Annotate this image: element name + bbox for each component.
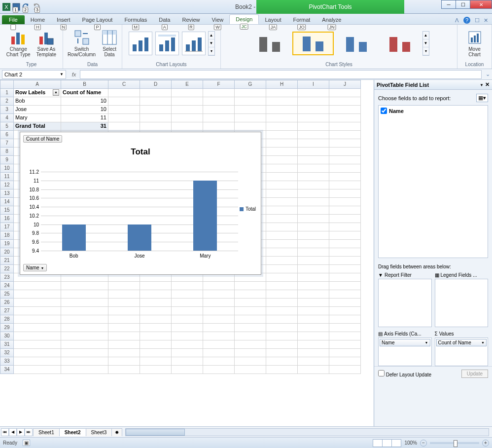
cell[interactable] [203, 97, 235, 106]
cell[interactable]: 10 [61, 106, 108, 114]
cell[interactable] [108, 282, 140, 290]
area-field-pill[interactable]: Count of Name▼ [436, 339, 487, 346]
chart-style-option[interactable] [292, 32, 334, 55]
cell[interactable] [108, 357, 140, 366]
cell[interactable] [203, 349, 235, 357]
cell[interactable] [329, 164, 361, 173]
cell[interactable] [298, 315, 329, 324]
row-header[interactable]: 3 [0, 106, 14, 114]
cell[interactable] [172, 89, 203, 97]
row-header[interactable]: 15 [0, 206, 14, 215]
cell[interactable] [329, 366, 361, 374]
cell[interactable] [61, 299, 108, 307]
column-header[interactable]: J [329, 80, 361, 89]
cell[interactable] [108, 315, 140, 324]
cell[interactable] [172, 332, 203, 340]
column-header[interactable]: G [235, 80, 266, 89]
cell[interactable] [298, 324, 329, 332]
cell[interactable] [203, 332, 235, 340]
cell[interactable] [329, 231, 361, 240]
cell[interactable] [235, 106, 266, 114]
cell[interactable] [172, 357, 203, 366]
cell[interactable] [266, 206, 298, 215]
cell[interactable] [298, 248, 329, 257]
zoom-slider[interactable] [430, 442, 479, 444]
legend-fields-area[interactable] [435, 279, 489, 327]
chevron-down-icon[interactable]: ▼ [480, 83, 484, 87]
page-break-view-button[interactable] [391, 439, 401, 447]
cell[interactable] [140, 349, 172, 357]
cell[interactable] [172, 307, 203, 315]
cell[interactable] [108, 299, 140, 307]
cell[interactable] [329, 122, 361, 131]
cell[interactable] [203, 89, 235, 97]
cell[interactable] [329, 139, 361, 148]
row-header[interactable]: 5 [0, 122, 14, 131]
row-header[interactable]: 4 [0, 114, 14, 122]
cell[interactable] [266, 282, 298, 290]
cell[interactable]: 11 [61, 114, 108, 122]
cell[interactable] [172, 299, 203, 307]
cell[interactable] [140, 97, 172, 106]
cell[interactable] [329, 332, 361, 340]
cell[interactable] [108, 324, 140, 332]
cell[interactable]: Bob [14, 97, 61, 106]
plot-area[interactable]: 11.21110.810.610.410.2109.89.69.4BobJose… [41, 172, 238, 251]
cell[interactable] [329, 290, 361, 299]
cell[interactable] [298, 198, 329, 206]
cell[interactable] [298, 164, 329, 173]
cell[interactable] [140, 332, 172, 340]
cell[interactable] [140, 114, 172, 122]
cell[interactable] [140, 366, 172, 374]
cell[interactable] [329, 131, 361, 139]
cell[interactable]: Count of Name [61, 89, 108, 97]
cell[interactable] [329, 106, 361, 114]
cell[interactable] [61, 315, 108, 324]
cell[interactable] [298, 215, 329, 223]
cell[interactable] [14, 340, 61, 349]
cell[interactable] [329, 223, 361, 231]
column-header[interactable]: F [203, 80, 235, 89]
cell[interactable] [14, 349, 61, 357]
cell[interactable] [266, 231, 298, 240]
sheet-tab[interactable]: Sheet3 [86, 428, 112, 436]
row-header[interactable]: 13 [0, 189, 14, 198]
cell[interactable] [108, 114, 140, 122]
row-header[interactable]: 9 [0, 156, 14, 164]
cell[interactable] [140, 282, 172, 290]
row-header[interactable]: 30 [0, 332, 14, 340]
layout-options-icon[interactable]: ▦▾ [476, 94, 488, 102]
cell[interactable] [329, 89, 361, 97]
field-checkbox[interactable] [381, 108, 387, 114]
row-header[interactable]: 25 [0, 290, 14, 299]
page-layout-view-button[interactable] [382, 439, 392, 447]
cell[interactable] [140, 324, 172, 332]
worksheet-grid[interactable]: A B C D E F G H I J 1Row Labels▼Count of… [0, 80, 374, 426]
cell[interactable] [266, 131, 298, 139]
cell[interactable] [266, 248, 298, 257]
close-panel-icon[interactable]: ✕ [485, 81, 490, 87]
chart-style-option[interactable] [249, 32, 290, 55]
name-box[interactable]: Chart 2▼ [2, 70, 66, 79]
cell[interactable] [266, 324, 298, 332]
cell[interactable] [298, 189, 329, 198]
cell[interactable] [172, 290, 203, 299]
row-header[interactable]: 14 [0, 198, 14, 206]
row-header[interactable]: 19 [0, 240, 14, 248]
tab-review[interactable]: ReviewR [176, 15, 206, 24]
tab-home[interactable]: HomeH [25, 15, 51, 24]
sheet-tab[interactable]: Sheet1 [33, 428, 60, 436]
cell[interactable] [298, 89, 329, 97]
cell[interactable] [61, 340, 108, 349]
tab-file[interactable]: FileF [2, 15, 25, 24]
cell[interactable] [235, 307, 266, 315]
chart-style-option[interactable] [336, 32, 377, 55]
cell[interactable] [298, 139, 329, 148]
cell[interactable] [235, 366, 266, 374]
cell[interactable] [172, 340, 203, 349]
cell[interactable] [298, 114, 329, 122]
cell[interactable] [235, 122, 266, 131]
cell[interactable] [14, 324, 61, 332]
field-item[interactable]: Name [380, 107, 486, 114]
cell[interactable] [329, 315, 361, 324]
